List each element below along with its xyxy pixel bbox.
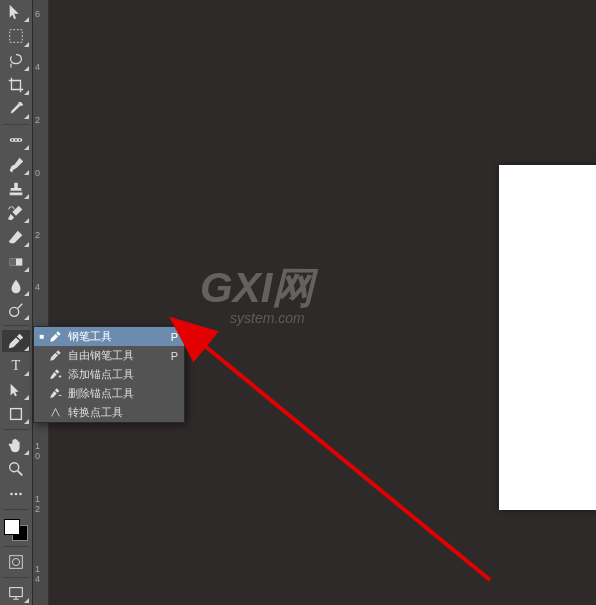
svg-point-12 <box>15 492 18 495</box>
marquee-tool[interactable] <box>2 25 30 47</box>
svg-point-4 <box>19 139 21 141</box>
toolbar-separator <box>3 429 29 430</box>
toolbar-separator <box>3 325 29 326</box>
svg-rect-14 <box>10 555 23 568</box>
quickmask-tool[interactable] <box>2 551 30 573</box>
eyedropper-tool[interactable] <box>2 98 30 120</box>
flyout-shortcut: P <box>166 350 178 362</box>
vertical-ruler: 6 4 2 0 2 4 6 8 1 0 1 2 1 4 <box>33 0 49 605</box>
brush-tool[interactable] <box>2 153 30 175</box>
shape-tool[interactable] <box>2 403 30 425</box>
svg-rect-6 <box>10 258 16 265</box>
blur-tool[interactable] <box>2 275 30 297</box>
toolbar-separator <box>3 124 29 125</box>
flyout-label: 钢笔工具 <box>64 329 166 344</box>
ruler-mark: 0 <box>35 168 40 178</box>
toolbar-separator <box>3 509 29 510</box>
gradient-tool[interactable] <box>2 250 30 272</box>
ruler-mark: 2 <box>35 115 40 125</box>
healing-brush-tool[interactable] <box>2 129 30 151</box>
dodge-tool[interactable] <box>2 299 30 321</box>
toolbar: T <box>0 0 33 605</box>
screenmode-tool[interactable] <box>2 582 30 604</box>
zoom-tool[interactable] <box>2 458 30 480</box>
edit-toolbar[interactable] <box>2 483 30 505</box>
flyout-item-delete-anchor[interactable]: 删除锚点工具 <box>34 384 184 403</box>
svg-rect-9 <box>11 409 22 420</box>
pen-icon <box>46 330 64 343</box>
delete-anchor-icon <box>46 387 64 400</box>
ruler-mark: 1 2 <box>35 494 40 514</box>
ruler-mark: 6 <box>35 9 40 19</box>
svg-point-10 <box>10 463 19 472</box>
svg-rect-0 <box>10 30 23 43</box>
freeform-pen-icon <box>46 349 64 362</box>
flyout-label: 自由钢笔工具 <box>64 348 166 363</box>
svg-point-2 <box>12 139 14 141</box>
eraser-tool[interactable] <box>2 226 30 248</box>
stamp-tool[interactable] <box>2 178 30 200</box>
path-selection-tool[interactable] <box>2 379 30 401</box>
ruler-mark: 1 0 <box>35 441 40 461</box>
flyout-label: 转换点工具 <box>64 405 166 420</box>
foreground-swatch[interactable] <box>4 519 20 535</box>
document-canvas[interactable] <box>499 165 596 510</box>
flyout-label: 删除锚点工具 <box>64 386 166 401</box>
svg-point-15 <box>12 558 19 565</box>
hand-tool[interactable] <box>2 434 30 456</box>
type-tool[interactable]: T <box>2 354 30 376</box>
ruler-mark: 2 <box>35 230 40 240</box>
svg-point-11 <box>10 492 13 495</box>
add-anchor-icon <box>46 368 64 381</box>
toolbar-separator <box>3 577 29 578</box>
flyout-shortcut: P <box>166 331 178 343</box>
current-tool-indicator: ■ <box>38 332 46 341</box>
move-tool[interactable] <box>2 1 30 23</box>
flyout-label: 添加锚点工具 <box>64 367 166 382</box>
lasso-tool[interactable] <box>2 50 30 72</box>
pen-tool-flyout: ■ 钢笔工具 P 自由钢笔工具 P 添加锚点工具 删除锚点工具 转换点工具 <box>33 326 185 423</box>
ruler-mark: 1 4 <box>35 564 40 584</box>
toolbar-separator <box>3 546 29 547</box>
convert-point-icon <box>46 406 64 419</box>
ruler-mark: 4 <box>35 282 40 292</box>
svg-text:T: T <box>12 358 21 374</box>
flyout-item-pen[interactable]: ■ 钢笔工具 P <box>34 327 184 346</box>
canvas-area[interactable] <box>49 0 596 605</box>
svg-rect-16 <box>10 587 23 596</box>
flyout-item-add-anchor[interactable]: 添加锚点工具 <box>34 365 184 384</box>
history-brush-tool[interactable] <box>2 202 30 224</box>
svg-point-13 <box>19 492 22 495</box>
svg-point-3 <box>15 139 17 141</box>
pen-tool[interactable] <box>2 330 30 352</box>
ruler-mark: 4 <box>35 62 40 72</box>
color-swatches[interactable] <box>2 517 30 543</box>
flyout-item-freeform-pen[interactable]: 自由钢笔工具 P <box>34 346 184 365</box>
flyout-item-convert-point[interactable]: 转换点工具 <box>34 403 184 422</box>
svg-point-7 <box>10 307 19 316</box>
crop-tool[interactable] <box>2 74 30 96</box>
